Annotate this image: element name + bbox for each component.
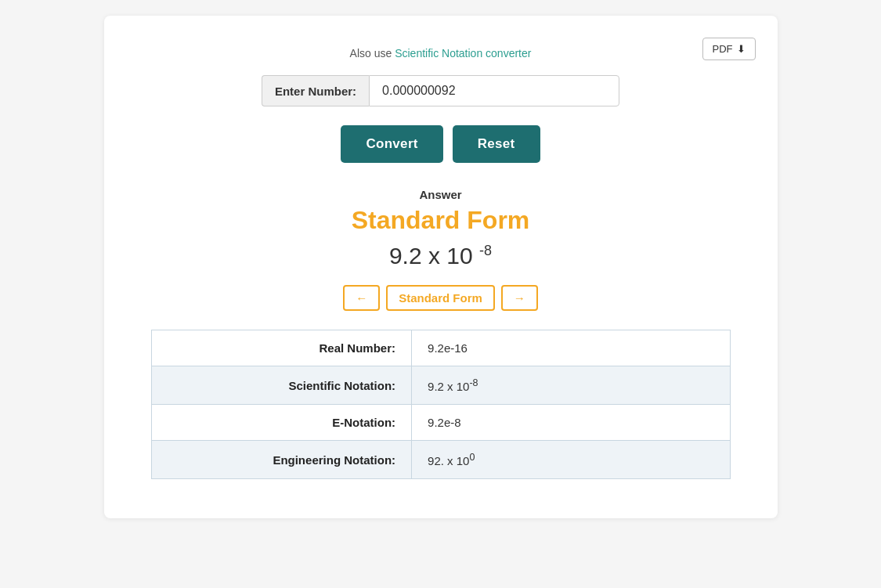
answer-label: Answer [151,188,731,201]
number-input[interactable] [369,75,619,106]
nav-left-button[interactable]: ← [343,285,380,311]
table-row: Scientific Notation: 9.2 x 10-8 [151,366,730,405]
table-cell-value: 92. x 100 [412,441,730,479]
answer-section: Answer Standard Form 9.2 x 10 -8 [151,188,731,269]
scientific-notation-link[interactable]: Scientific Notation converter [395,47,531,60]
pdf-icon: ⬇ [737,43,746,55]
main-container: PDF ⬇ Also use Scientific Notation conve… [104,16,778,518]
table-cell-value: 9.2e-16 [412,330,730,366]
table-row: E-Notation: 9.2e-8 [151,405,730,441]
also-use-text: Also use [350,47,395,60]
table-cell-label: Engineering Notation: [151,441,412,479]
nav-label-button[interactable]: Standard Form [386,285,495,311]
also-use-row: Also use Scientific Notation converter [151,47,731,60]
table-cell-value: 9.2e-8 [412,405,730,441]
table-cell-label: Real Number: [151,330,412,366]
table-cell-label: E-Notation: [151,405,412,441]
table-row: Real Number: 9.2e-16 [151,330,730,366]
reset-button[interactable]: Reset [453,125,540,163]
nav-row: ← Standard Form → [151,285,731,311]
results-table: Real Number: 9.2e-16 Scientific Notation… [151,330,731,479]
table-cell-label: Scientific Notation: [151,366,412,405]
pdf-label: PDF [713,43,733,55]
nav-right-button[interactable]: → [501,285,538,311]
table-row: Engineering Notation: 92. x 100 [151,441,730,479]
convert-button[interactable]: Convert [341,125,442,163]
standard-form-title: Standard Form [151,206,731,235]
result-base: 9.2 x 10 [389,243,473,269]
table-cell-value: 9.2 x 10-8 [412,366,730,405]
button-row: Convert Reset [151,125,731,163]
pdf-button[interactable]: PDF ⬇ [702,38,756,60]
result-exponent: -8 [479,243,492,258]
input-label: Enter Number: [262,75,369,106]
result-expression: 9.2 x 10 -8 [151,243,731,269]
input-row: Enter Number: [151,75,731,106]
